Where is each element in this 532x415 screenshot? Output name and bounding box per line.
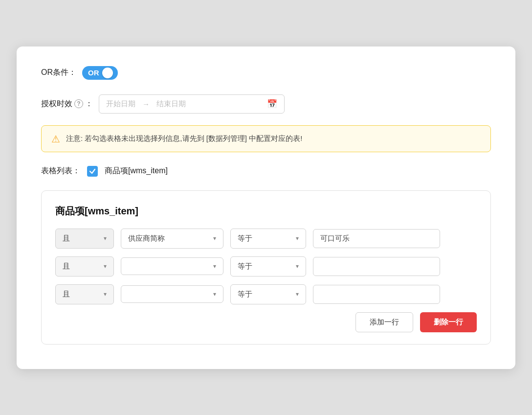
or-condition-row: OR条件： OR [41, 66, 491, 80]
table-list-label: 表格列表： [41, 166, 80, 176]
notice-text: 注意: 若勾选表格未出现选择列信息,请先到 [数据列管理] 中配置对应的表! [66, 133, 302, 144]
value-input-3[interactable] [313, 285, 440, 304]
table-checkbox[interactable] [87, 166, 98, 177]
chevron-1: ▾ [104, 235, 107, 242]
or-toggle[interactable]: OR [82, 66, 118, 80]
operator-chevron-3: ▾ [296, 291, 299, 298]
logic-select-3[interactable]: 且 ▾ [55, 284, 114, 304]
operator-chevron-1: ▾ [296, 235, 299, 242]
logic-value-1: 且 [63, 234, 70, 243]
field-value-1: 供应商简称 [128, 234, 165, 243]
filter-section-title: 商品项[wms_item] [55, 205, 477, 218]
logic-select-1[interactable]: 且 ▾ [55, 229, 114, 249]
help-icon[interactable]: ? [74, 99, 83, 108]
value-input-2[interactable] [313, 257, 440, 276]
auth-validity-row: 授权时效 ? ： 开始日期 → 结束日期 📅 [41, 94, 491, 114]
logic-value-2: 且 [63, 262, 70, 271]
operator-chevron-2: ▾ [296, 263, 299, 270]
filter-row-1: 且 ▾ 供应商简称 ▾ 等于 ▾ [55, 229, 477, 249]
field-select-3[interactable]: ▾ [121, 285, 223, 303]
operator-select-3[interactable]: 等于 ▾ [230, 284, 306, 304]
notice-box: ⚠ 注意: 若勾选表格未出现选择列信息,请先到 [数据列管理] 中配置对应的表! [41, 125, 491, 152]
date-arrow: → [142, 100, 150, 108]
filter-section: 商品项[wms_item] 且 ▾ 供应商简称 ▾ 等于 ▾ 且 ▾ [41, 190, 491, 345]
field-chevron-1: ▾ [213, 235, 216, 242]
date-range-input[interactable]: 开始日期 → 结束日期 📅 [99, 94, 285, 114]
field-select-1[interactable]: 供应商简称 ▾ [121, 229, 223, 249]
actions-row: 添加一行 删除一行 [55, 312, 477, 332]
field-chevron-3: ▾ [213, 291, 216, 298]
or-toggle-text: OR [88, 69, 99, 77]
chevron-2: ▾ [104, 263, 107, 270]
operator-value-2: 等于 [238, 262, 252, 271]
table-list-row: 表格列表： 商品项[wms_item] [41, 166, 491, 177]
or-condition-label: OR条件： [41, 68, 76, 78]
operator-value-1: 等于 [238, 234, 252, 243]
field-chevron-2: ▾ [213, 263, 216, 270]
main-card: OR条件： OR 授权时效 ? ： 开始日期 → 结束日期 📅 ⚠ 注意: 若勾… [17, 46, 515, 369]
value-input-1[interactable] [313, 229, 440, 248]
table-list-value: 商品项[wms_item] [105, 166, 168, 176]
logic-value-3: 且 [63, 290, 70, 299]
filter-row-3: 且 ▾ ▾ 等于 ▾ [55, 284, 477, 304]
start-date-placeholder: 开始日期 [106, 99, 135, 109]
end-date-placeholder: 结束日期 [156, 99, 186, 109]
warning-icon: ⚠ [51, 133, 60, 145]
filter-row-2: 且 ▾ ▾ 等于 ▾ [55, 256, 477, 277]
operator-select-2[interactable]: 等于 ▾ [230, 256, 306, 277]
auth-validity-label: 授权时效 ? ： [41, 99, 93, 109]
operator-value-3: 等于 [238, 290, 252, 299]
operator-select-1[interactable]: 等于 ▾ [230, 229, 306, 249]
logic-select-2[interactable]: 且 ▾ [55, 256, 114, 277]
chevron-3: ▾ [104, 291, 107, 298]
calendar-icon: 📅 [267, 99, 277, 109]
add-row-button[interactable]: 添加一行 [355, 312, 413, 332]
delete-row-button[interactable]: 删除一行 [420, 312, 477, 332]
field-select-2[interactable]: ▾ [121, 257, 223, 275]
toggle-circle [102, 68, 113, 78]
